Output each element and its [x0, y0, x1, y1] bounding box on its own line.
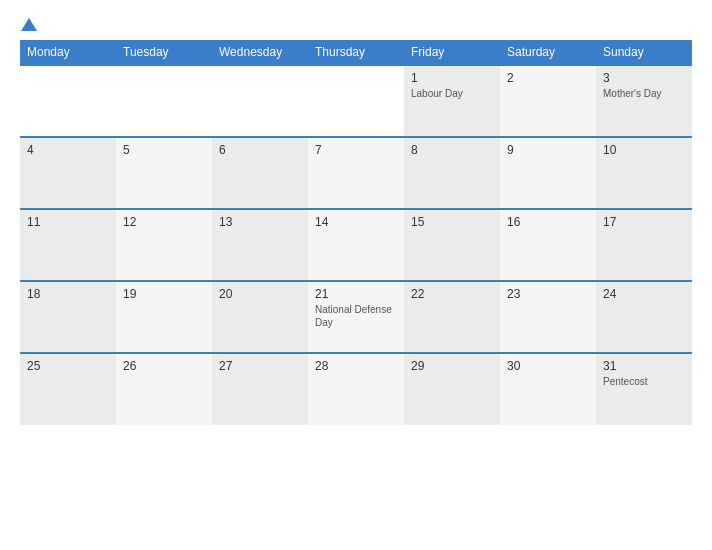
calendar-cell: 16	[500, 209, 596, 281]
day-number: 8	[411, 143, 493, 157]
calendar-cell: 10	[596, 137, 692, 209]
calendar-cell: 9	[500, 137, 596, 209]
weekday-header-monday: Monday	[20, 40, 116, 65]
logo-row1	[20, 18, 37, 32]
calendar-cell: 18	[20, 281, 116, 353]
calendar-cell: 6	[212, 137, 308, 209]
calendar-cell: 14	[308, 209, 404, 281]
header	[20, 18, 692, 32]
calendar-cell	[308, 65, 404, 137]
day-number: 19	[123, 287, 205, 301]
weekday-header-saturday: Saturday	[500, 40, 596, 65]
holiday-label: Pentecost	[603, 375, 685, 388]
day-number: 9	[507, 143, 589, 157]
day-number: 25	[27, 359, 109, 373]
weekday-header-friday: Friday	[404, 40, 500, 65]
calendar-week-row: 45678910	[20, 137, 692, 209]
day-number: 13	[219, 215, 301, 229]
day-number: 31	[603, 359, 685, 373]
day-number: 3	[603, 71, 685, 85]
calendar-cell: 30	[500, 353, 596, 425]
calendar-cell: 24	[596, 281, 692, 353]
calendar-cell: 12	[116, 209, 212, 281]
day-number: 28	[315, 359, 397, 373]
day-number: 29	[411, 359, 493, 373]
calendar-cell: 13	[212, 209, 308, 281]
logo-triangle-icon	[21, 18, 37, 31]
day-number: 27	[219, 359, 301, 373]
day-number: 7	[315, 143, 397, 157]
weekday-header-wednesday: Wednesday	[212, 40, 308, 65]
calendar-cell: 29	[404, 353, 500, 425]
calendar-cell: 17	[596, 209, 692, 281]
calendar-cell: 21National Defense Day	[308, 281, 404, 353]
day-number: 26	[123, 359, 205, 373]
logo-text	[20, 18, 37, 32]
calendar-cell: 15	[404, 209, 500, 281]
calendar-cell: 28	[308, 353, 404, 425]
calendar-cell: 27	[212, 353, 308, 425]
day-number: 4	[27, 143, 109, 157]
calendar-week-row: 18192021National Defense Day222324	[20, 281, 692, 353]
day-number: 21	[315, 287, 397, 301]
logo	[20, 18, 37, 32]
calendar-table: MondayTuesdayWednesdayThursdayFridaySatu…	[20, 40, 692, 425]
calendar-week-row: 25262728293031Pentecost	[20, 353, 692, 425]
day-number: 23	[507, 287, 589, 301]
holiday-label: Mother's Day	[603, 87, 685, 100]
day-number: 22	[411, 287, 493, 301]
calendar-cell: 20	[212, 281, 308, 353]
calendar-week-row: 11121314151617	[20, 209, 692, 281]
day-number: 14	[315, 215, 397, 229]
calendar-cell: 7	[308, 137, 404, 209]
calendar-cell: 25	[20, 353, 116, 425]
calendar-cell: 26	[116, 353, 212, 425]
calendar-week-row: 1Labour Day23Mother's Day	[20, 65, 692, 137]
calendar-cell: 19	[116, 281, 212, 353]
calendar-cell: 8	[404, 137, 500, 209]
day-number: 10	[603, 143, 685, 157]
day-number: 2	[507, 71, 589, 85]
day-number: 6	[219, 143, 301, 157]
calendar-page: MondayTuesdayWednesdayThursdayFridaySatu…	[0, 0, 712, 550]
day-number: 15	[411, 215, 493, 229]
calendar-cell: 5	[116, 137, 212, 209]
calendar-cell: 1Labour Day	[404, 65, 500, 137]
day-number: 24	[603, 287, 685, 301]
day-number: 30	[507, 359, 589, 373]
calendar-cell: 4	[20, 137, 116, 209]
weekday-header-row: MondayTuesdayWednesdayThursdayFridaySatu…	[20, 40, 692, 65]
holiday-label: National Defense Day	[315, 303, 397, 329]
day-number: 1	[411, 71, 493, 85]
day-number: 11	[27, 215, 109, 229]
calendar-cell	[116, 65, 212, 137]
calendar-cell: 2	[500, 65, 596, 137]
calendar-cell: 11	[20, 209, 116, 281]
calendar-cell	[20, 65, 116, 137]
day-number: 16	[507, 215, 589, 229]
day-number: 12	[123, 215, 205, 229]
calendar-cell: 3Mother's Day	[596, 65, 692, 137]
day-number: 20	[219, 287, 301, 301]
weekday-header-tuesday: Tuesday	[116, 40, 212, 65]
calendar-cell: 23	[500, 281, 596, 353]
day-number: 18	[27, 287, 109, 301]
day-number: 17	[603, 215, 685, 229]
day-number: 5	[123, 143, 205, 157]
weekday-header-sunday: Sunday	[596, 40, 692, 65]
calendar-cell: 31Pentecost	[596, 353, 692, 425]
calendar-cell	[212, 65, 308, 137]
weekday-header-thursday: Thursday	[308, 40, 404, 65]
calendar-cell: 22	[404, 281, 500, 353]
holiday-label: Labour Day	[411, 87, 493, 100]
